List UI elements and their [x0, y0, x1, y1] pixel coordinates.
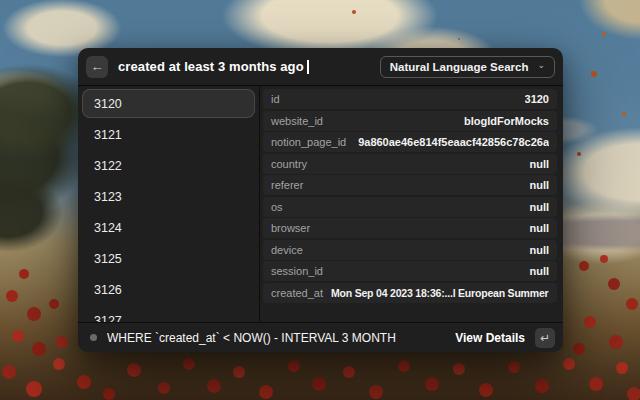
detail-value: blogIdForMocks: [464, 115, 549, 127]
chevron-down-icon: ⌄: [537, 61, 545, 70]
detail-key: os: [271, 201, 283, 213]
detail-row: country null: [263, 154, 557, 174]
detail-value: Mon Sep 04 2023 18:36:...l European Summ…: [331, 287, 549, 299]
enter-key-button[interactable]: ↵: [535, 328, 555, 348]
detail-value: null: [529, 222, 549, 234]
list-item[interactable]: 3124: [82, 213, 255, 242]
search-input[interactable]: created at least 3 months ago: [118, 59, 370, 74]
detail-key: website_id: [271, 115, 323, 127]
list-item[interactable]: 3126: [82, 275, 255, 304]
detail-value: 3120: [525, 93, 549, 105]
detail-key: country: [271, 158, 307, 170]
search-toolbar: ← created at least 3 months ago Natural …: [78, 48, 563, 86]
list-item[interactable]: 3125: [82, 244, 255, 273]
detail-row: referer null: [263, 175, 557, 195]
detail-key: browser: [271, 222, 310, 234]
detail-value: null: [529, 179, 549, 191]
detail-key: created_at: [271, 287, 323, 299]
detail-row: session_id null: [263, 261, 557, 281]
back-button[interactable]: ←: [86, 56, 108, 78]
search-palette-window: ← created at least 3 months ago Natural …: [78, 48, 563, 352]
list-item[interactable]: 3127: [82, 306, 255, 322]
detail-value: 9a860ae46e814f5eaacf42856c78c26a: [358, 136, 549, 148]
detail-row: created_at Mon Sep 04 2023 18:36:...l Eu…: [263, 283, 557, 303]
detail-value: null: [529, 201, 549, 213]
status-dot-icon: [90, 334, 97, 341]
search-mode-label: Natural Language Search: [390, 61, 529, 73]
detail-key: id: [271, 93, 280, 105]
list-item[interactable]: 3122: [82, 151, 255, 180]
detail-value: null: [529, 244, 549, 256]
detail-value: null: [529, 265, 549, 277]
status-bar: WHERE `created_at` < NOW() - INTERVAL 3 …: [78, 322, 563, 352]
detail-row: notion_page_id 9a860ae46e814f5eaacf42856…: [263, 132, 557, 152]
view-details-button[interactable]: View Details: [455, 331, 525, 345]
list-item[interactable]: 3120: [82, 89, 255, 118]
record-details: id 3120 website_id blogIdForMocks notion…: [260, 86, 563, 322]
detail-row: browser null: [263, 218, 557, 238]
palette-body: 3120 3121 3122 3123 3124 3125 3126 3127 …: [78, 86, 563, 322]
query-text: WHERE `created_at` < NOW() - INTERVAL 3 …: [107, 331, 445, 345]
back-icon: ←: [91, 60, 104, 73]
detail-row: device null: [263, 240, 557, 260]
list-item[interactable]: 3121: [82, 120, 255, 149]
detail-key: session_id: [271, 265, 323, 277]
enter-icon: ↵: [540, 332, 550, 344]
detail-row: os null: [263, 197, 557, 217]
detail-key: referer: [271, 179, 303, 191]
detail-value: null: [529, 158, 549, 170]
detail-key: notion_page_id: [271, 136, 346, 148]
text-cursor: [307, 60, 309, 74]
poppies-decoration: [0, 0, 8, 8]
results-list: 3120 3121 3122 3123 3124 3125 3126 3127: [78, 86, 260, 322]
search-mode-dropdown[interactable]: Natural Language Search ⌄: [380, 56, 555, 78]
list-item[interactable]: 3123: [82, 182, 255, 211]
detail-row: website_id blogIdForMocks: [263, 111, 557, 131]
detail-key: device: [271, 244, 303, 256]
detail-row: id 3120: [263, 89, 557, 109]
search-input-value: created at least 3 months ago: [118, 59, 304, 74]
